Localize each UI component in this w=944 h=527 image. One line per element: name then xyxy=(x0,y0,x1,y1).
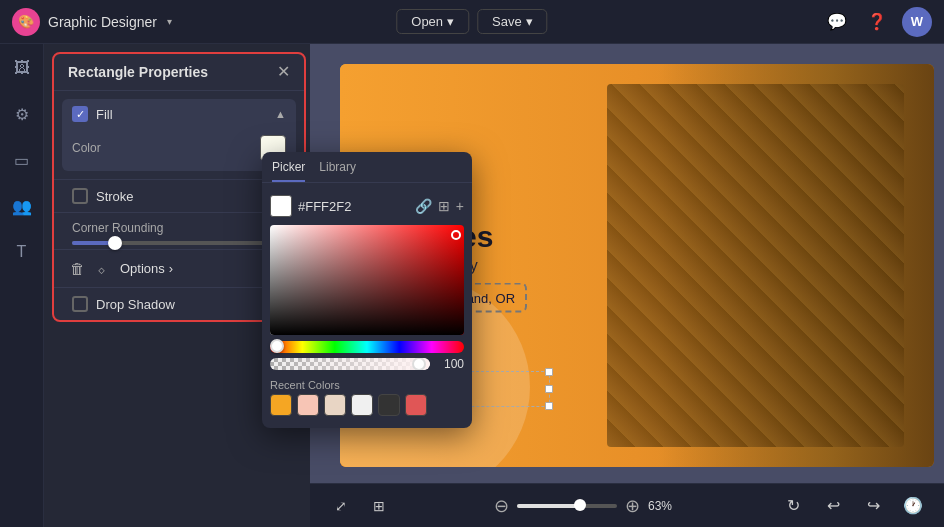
drop-shadow-checkbox[interactable] xyxy=(72,296,88,312)
plus-icon[interactable]: + xyxy=(456,198,464,214)
fill-chevron-up-icon: ▲ xyxy=(275,108,286,120)
fill-header[interactable]: ✓ Fill ▲ xyxy=(62,99,296,129)
opacity-thumb xyxy=(412,358,426,370)
corner-rounding-label: Corner Rounding xyxy=(72,221,163,235)
help-icon[interactable]: ❓ xyxy=(862,7,892,37)
recent-colors-row xyxy=(262,394,472,416)
open-chevron-icon: ▾ xyxy=(447,14,454,29)
duplicate-icon[interactable]: ⬦ xyxy=(95,258,108,279)
app-logo: 🎨 xyxy=(12,8,40,36)
open-button[interactable]: Open ▾ xyxy=(396,9,469,34)
history-icon[interactable]: 🕐 xyxy=(898,491,928,521)
main-layout: 🖼 ⚙ ▭ 👥 T Rectangle Properties ✕ ✓ Fill … xyxy=(0,44,944,527)
zoom-out-icon[interactable]: ⊖ xyxy=(494,495,509,517)
redo-icon[interactable]: ↪ xyxy=(858,491,888,521)
recent-color-3[interactable] xyxy=(324,394,346,416)
recent-color-1[interactable] xyxy=(270,394,292,416)
sidebar-icon-settings[interactable]: ⚙ xyxy=(8,100,36,128)
panel-header: Rectangle Properties ✕ xyxy=(54,54,304,91)
slider-thumb xyxy=(108,236,122,250)
stroke-left: Stroke xyxy=(72,188,134,204)
open-label: Open xyxy=(411,14,443,29)
stroke-label: Stroke xyxy=(96,189,134,204)
grid-icon[interactable]: ⊞ xyxy=(438,198,450,214)
fill-checkbox[interactable]: ✓ xyxy=(72,106,88,122)
picker-hex-row: 🔗 ⊞ + xyxy=(262,191,472,221)
options-label: Options xyxy=(120,261,165,276)
save-button[interactable]: Save ▾ xyxy=(477,9,548,34)
zoom-slider[interactable] xyxy=(517,504,617,508)
fill-label: Fill xyxy=(96,107,113,122)
topbar: 🎨 Graphic Designer ▾ Open ▾ Save ▾ 💬 ❓ W xyxy=(0,0,944,44)
corner-rounding-slider[interactable] xyxy=(72,241,286,245)
opacity-slider[interactable] xyxy=(270,358,430,370)
stroke-checkbox[interactable] xyxy=(72,188,88,204)
avatar[interactable]: W xyxy=(902,7,932,37)
color-picker-popup: Picker Library 🔗 ⊞ + xyxy=(262,152,472,428)
sidebar-icon-text[interactable]: T xyxy=(8,238,36,266)
picker-icons: 🔗 ⊞ + xyxy=(415,198,464,214)
fill-body: Color xyxy=(62,129,296,171)
corner-header: Corner Rounding 20% xyxy=(72,221,286,235)
options-chevron-icon: › xyxy=(169,261,173,276)
fill-left: ✓ Fill xyxy=(72,106,113,122)
undo-icon[interactable]: ↩ xyxy=(818,491,848,521)
tab-library[interactable]: Library xyxy=(319,160,356,182)
app-title: Graphic Designer xyxy=(48,14,157,30)
panel-title: Rectangle Properties xyxy=(68,64,208,80)
recent-color-2[interactable] xyxy=(297,394,319,416)
topbar-left: 🎨 Graphic Designer ▾ xyxy=(12,8,172,36)
sidebar-icon-shapes[interactable]: ▭ xyxy=(8,146,36,174)
zoom-fill xyxy=(517,504,580,508)
title-dropdown-arrow[interactable]: ▾ xyxy=(167,16,172,27)
opacity-value: 100 xyxy=(436,357,464,371)
zoom-in-icon[interactable]: ⊕ xyxy=(625,495,640,517)
recent-color-6[interactable] xyxy=(405,394,427,416)
hex-input[interactable] xyxy=(298,199,409,214)
gradient-overlay xyxy=(270,225,464,335)
left-sidebar: 🖼 ⚙ ▭ 👥 T xyxy=(0,44,44,527)
zoom-value: 63% xyxy=(648,499,678,513)
bottom-right: ↻ ↩ ↪ 🕐 xyxy=(778,491,928,521)
drop-shadow-label: Drop Shadow xyxy=(96,297,175,312)
zoom-thumb xyxy=(574,499,586,511)
opacity-fill xyxy=(270,358,430,370)
fill-section: ✓ Fill ▲ Color xyxy=(62,99,296,171)
hue-thumb xyxy=(270,339,284,353)
hue-slider[interactable] xyxy=(270,341,464,353)
drop-shadow-left: Drop Shadow xyxy=(72,296,175,312)
picker-color-swatch[interactable] xyxy=(270,195,292,217)
topbar-center: Open ▾ Save ▾ xyxy=(396,9,547,34)
fit-screen-icon[interactable]: ⤢ xyxy=(326,491,356,521)
sidebar-icon-image[interactable]: 🖼 xyxy=(8,54,36,82)
save-chevron-icon: ▾ xyxy=(526,14,533,29)
options-button[interactable]: Options › xyxy=(120,261,173,276)
bottom-toolbar: ⤢ ⊞ ⊖ ⊕ 63% ↻ ↩ ↪ 🕐 xyxy=(310,483,944,527)
tab-picker[interactable]: Picker xyxy=(272,160,305,182)
recent-color-4[interactable] xyxy=(351,394,373,416)
save-label: Save xyxy=(492,14,522,29)
bottom-center: ⊖ ⊕ 63% xyxy=(494,495,678,517)
close-button[interactable]: ✕ xyxy=(277,64,290,80)
delete-icon[interactable]: 🗑 xyxy=(68,258,87,279)
recent-colors-label: Recent Colors xyxy=(262,375,472,394)
bottom-left: ⤢ ⊞ xyxy=(326,491,394,521)
topbar-right: 💬 ❓ W xyxy=(822,7,932,37)
color-gradient-area[interactable] xyxy=(270,225,464,335)
opacity-row: 100 xyxy=(270,357,464,371)
link-icon[interactable]: 🔗 xyxy=(415,198,432,214)
grid-view-icon[interactable]: ⊞ xyxy=(364,491,394,521)
fill-color-label: Color xyxy=(72,141,101,155)
panel-area: Rectangle Properties ✕ ✓ Fill ▲ Color xyxy=(44,44,310,527)
sidebar-icon-people[interactable]: 👥 xyxy=(8,192,36,220)
picker-tabs: Picker Library xyxy=(262,152,472,183)
refresh-icon[interactable]: ↻ xyxy=(778,491,808,521)
gradient-cursor xyxy=(451,230,461,240)
recent-color-5[interactable] xyxy=(378,394,400,416)
chat-icon[interactable]: 💬 xyxy=(822,7,852,37)
